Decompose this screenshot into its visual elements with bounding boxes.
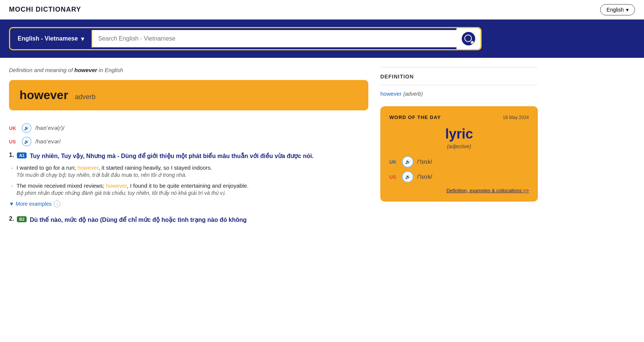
wotd-uk-speaker-icon[interactable]: 🔊 (402, 156, 413, 167)
uk-speaker-icon[interactable]: 🔊 (22, 123, 32, 133)
example1-en: I wanted to go for a run; however, it st… (17, 164, 368, 171)
dict-lang-label: English - Vietnamese (18, 35, 78, 42)
logo: MOCHI DICTIONARY (9, 6, 81, 14)
definition-entry-1: 1. A1 Tuy nhiên, Tuy vậy, Nhưng mà - Dùn… (9, 152, 368, 207)
definition-entry-2: 2. B2 Dù thế nào, mức độ nào (Dùng để ch… (9, 215, 368, 224)
search-icon-dot (471, 41, 474, 44)
header-lang-chevron-icon: ▾ (626, 7, 629, 13)
definition-link[interactable]: however (380, 90, 402, 97)
def1-level-badge: A1 (17, 152, 27, 158)
word-header-card: however adverb (9, 80, 368, 110)
right-definition-section: DEFINITION however (adverb) (380, 67, 538, 97)
us-phonetic: /haʊˈevər/ (35, 138, 61, 145)
subtitle-suffix: in English (97, 67, 123, 73)
uk-label: UK (9, 125, 18, 131)
more-examples-label: ▼ More examples (9, 201, 51, 207)
def2-level-badge: B2 (17, 216, 27, 222)
wotd-uk-phonetic: /ˈlɪrɪk/ (417, 158, 432, 165)
def1-number-row: 1. A1 Tuy nhiên, Tuy vậy, Nhưng mà - Dùn… (9, 152, 368, 161)
left-panel: Definition and meaning of however in Eng… (9, 67, 380, 233)
us-speaker-icon[interactable]: 🔊 (22, 137, 32, 146)
example2-en: The movie received mixed reviews; howeve… (17, 182, 368, 189)
search-icon (462, 32, 475, 45)
def2-number: 2. (9, 215, 14, 222)
example2-highlight: however (106, 182, 127, 189)
example1-highlight: however (78, 164, 99, 171)
example-list-1: I wanted to go for a run; however, it st… (9, 164, 368, 196)
main-content: Definition and meaning of however in Eng… (0, 58, 644, 233)
def2-text: Dù thế nào, mức độ nào (Dùng để chỉ mức … (30, 215, 246, 224)
def1-number: 1. (9, 152, 14, 158)
wotd-us-label: US (389, 174, 398, 180)
wotd-date: 18 May 2024 (503, 115, 529, 120)
wotd-header: WORD OF THE DAY 18 May 2024 (389, 115, 529, 120)
example-item-2: The movie received mixed reviews; howeve… (17, 182, 368, 196)
subtitle-prefix: Definition and meaning of (9, 67, 74, 73)
section-divider (380, 85, 538, 85)
dict-lang-chevron-icon: ▾ (81, 35, 84, 42)
definition-subtitle: Definition and meaning of however in Eng… (9, 67, 368, 73)
definition-link-pos-text: (adverb) (403, 91, 423, 97)
pronunciation-section: UK 🔊 /haʊˈevə(r)/ US 🔊 /haʊˈevər/ (9, 119, 368, 152)
word-title: however (20, 88, 68, 102)
example1-before: I wanted to go for a run; (17, 164, 78, 171)
example-item-1: I wanted to go for a run; however, it st… (17, 164, 368, 178)
dict-lang-selector[interactable]: English - Vietnamese ▾ (10, 30, 92, 48)
language-selector-button[interactable]: English ▾ (600, 4, 635, 15)
def1-text: Tuy nhiên, Tuy vậy, Nhưng mà - Dùng để g… (30, 152, 314, 161)
wotd-us-speaker-icon[interactable]: 🔊 (402, 171, 413, 182)
search-area: English - Vietnamese ▾ (0, 20, 644, 58)
wotd-uk-label: UK (389, 159, 398, 165)
right-panel: DEFINITION however (adverb) WORD OF THE … (380, 67, 538, 233)
example1-after: , it started raining heavily, so I staye… (98, 164, 212, 171)
wotd-uk-row: UK 🔊 /ˈlɪrɪk/ (389, 156, 529, 167)
search-box: English - Vietnamese ▾ (9, 27, 482, 50)
info-icon[interactable]: i (54, 200, 60, 207)
uk-phonetic: /haʊˈevə(r)/ (35, 125, 65, 131)
definition-section-title: DEFINITION (380, 74, 538, 80)
word-of-the-day-card: WORD OF THE DAY 18 May 2024 lyric (adjec… (380, 106, 538, 202)
us-pronunciation-row: US 🔊 /haʊˈevər/ (9, 137, 368, 146)
wotd-definition-link[interactable]: Definition, examples & collocations >> (389, 188, 529, 193)
us-label: US (9, 139, 18, 145)
more-examples-button[interactable]: ▼ More examples i (9, 200, 368, 207)
wotd-pos: (adjective) (389, 143, 529, 149)
header-lang-label: English (606, 7, 624, 13)
header: MOCHI DICTIONARY English ▾ (0, 0, 644, 20)
example2-after: , I found it to be quite entertaining an… (127, 182, 248, 189)
wotd-us-row: US 🔊 /ˈlɪrɪk/ (389, 171, 529, 182)
subtitle-word: however (74, 67, 97, 73)
example1-vi: Tôi muốn đi chạy bộ; tuy nhiên, trời bắt… (17, 172, 368, 178)
uk-pronunciation-row: UK 🔊 /haʊˈevə(r)/ (9, 123, 368, 133)
example2-before: The movie received mixed reviews; (17, 182, 106, 189)
search-button[interactable] (456, 28, 480, 49)
wotd-word: lyric (389, 126, 529, 142)
example2-vi: Bộ phim nhận được những đánh giá trái ch… (17, 190, 368, 196)
search-input[interactable] (92, 30, 456, 47)
wotd-us-phonetic: /ˈlɪrɪk/ (417, 173, 432, 180)
wotd-title: WORD OF THE DAY (389, 115, 441, 120)
word-pos: adverb (75, 93, 96, 101)
def2-number-row: 2. B2 Dù thế nào, mức độ nào (Dùng để ch… (9, 215, 368, 224)
